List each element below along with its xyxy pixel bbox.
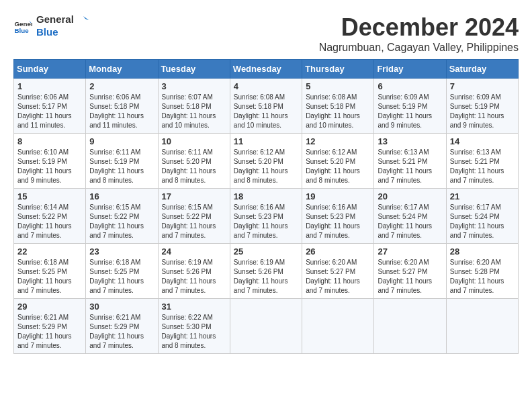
calendar-cell: 1 Sunrise: 6:06 AM Sunset: 5:17 PM Dayli… [14,79,86,134]
calendar-cell: 4 Sunrise: 6:08 AM Sunset: 5:18 PM Dayli… [230,79,302,134]
day-number: 9 [89,136,154,146]
calendar-cell: 6 Sunrise: 6:09 AM Sunset: 5:19 PM Dayli… [374,79,446,134]
day-number: 22 [17,246,82,257]
day-info: Sunrise: 6:15 AM Sunset: 5:22 PM Dayligh… [162,203,226,240]
col-thursday: Thursday [302,60,374,79]
col-saturday: Saturday [446,60,518,79]
calendar-cell: 27 Sunrise: 6:20 AM Sunset: 5:27 PM Dayl… [374,244,446,299]
month-title: December 2024 [319,13,519,42]
logo-icon: General Blue [13,17,32,36]
svg-text:Blue: Blue [14,26,29,34]
day-number: 26 [306,246,370,257]
header: General Blue General Blue December 2024 … [13,13,519,54]
day-number: 2 [89,81,154,91]
day-info: Sunrise: 6:15 AM Sunset: 5:22 PM Dayligh… [89,203,154,240]
day-info: Sunrise: 6:12 AM Sunset: 5:20 PM Dayligh… [306,148,370,185]
day-number: 4 [234,81,298,91]
day-number: 13 [378,136,442,146]
day-number: 3 [162,81,226,91]
calendar-cell: 7 Sunrise: 6:09 AM Sunset: 5:19 PM Dayli… [446,79,518,134]
day-number: 28 [450,246,515,257]
col-tuesday: Tuesday [158,60,230,79]
day-info: Sunrise: 6:22 AM Sunset: 5:30 PM Dayligh… [162,313,226,351]
day-number: 18 [234,191,298,201]
title-area: December 2024 Nagrumbuan, Cagayan Valley… [319,13,519,54]
logo: General Blue General Blue [13,13,89,38]
day-info: Sunrise: 6:21 AM Sunset: 5:29 PM Dayligh… [17,313,82,351]
day-number: 5 [306,81,370,91]
day-info: Sunrise: 6:09 AM Sunset: 5:19 PM Dayligh… [450,93,515,130]
svg-marker-4 [83,16,89,20]
day-info: Sunrise: 6:14 AM Sunset: 5:22 PM Dayligh… [17,203,82,240]
day-info: Sunrise: 6:06 AM Sunset: 5:17 PM Dayligh… [17,93,82,130]
logo-text-blue: Blue [36,26,89,38]
day-info: Sunrise: 6:10 AM Sunset: 5:19 PM Dayligh… [17,148,82,185]
day-number: 24 [162,246,226,257]
day-number: 12 [306,136,370,146]
calendar-cell: 3 Sunrise: 6:07 AM Sunset: 5:18 PM Dayli… [158,79,230,134]
calendar-cell: 11 Sunrise: 6:12 AM Sunset: 5:20 PM Dayl… [230,134,302,189]
day-info: Sunrise: 6:17 AM Sunset: 5:24 PM Dayligh… [378,203,442,240]
day-number: 10 [162,136,226,146]
day-info: Sunrise: 6:20 AM Sunset: 5:27 PM Dayligh… [306,258,370,295]
day-info: Sunrise: 6:18 AM Sunset: 5:25 PM Dayligh… [89,258,154,295]
day-number: 6 [378,81,442,91]
day-number: 16 [89,191,154,201]
day-number: 21 [450,191,515,201]
day-info: Sunrise: 6:13 AM Sunset: 5:21 PM Dayligh… [450,148,515,185]
day-info: Sunrise: 6:09 AM Sunset: 5:19 PM Dayligh… [378,93,442,130]
day-info: Sunrise: 6:20 AM Sunset: 5:27 PM Dayligh… [378,258,442,295]
calendar-cell: 10 Sunrise: 6:11 AM Sunset: 5:20 PM Dayl… [158,134,230,189]
calendar-week-row: 15 Sunrise: 6:14 AM Sunset: 5:22 PM Dayl… [14,189,519,244]
calendar-table: Sunday Monday Tuesday Wednesday Thursday… [13,59,519,354]
day-number: 11 [234,136,298,146]
calendar-cell: 29 Sunrise: 6:21 AM Sunset: 5:29 PM Dayl… [14,299,86,354]
day-info: Sunrise: 6:11 AM Sunset: 5:20 PM Dayligh… [162,148,226,185]
day-number: 20 [378,191,442,201]
calendar-cell [446,299,518,354]
day-number: 29 [17,302,82,312]
day-info: Sunrise: 6:18 AM Sunset: 5:25 PM Dayligh… [17,258,82,295]
calendar-cell: 19 Sunrise: 6:16 AM Sunset: 5:23 PM Dayl… [302,189,374,244]
day-info: Sunrise: 6:06 AM Sunset: 5:18 PM Dayligh… [89,93,154,130]
calendar-cell: 30 Sunrise: 6:21 AM Sunset: 5:29 PM Dayl… [86,299,158,354]
day-number: 19 [306,191,370,201]
calendar-cell: 2 Sunrise: 6:06 AM Sunset: 5:18 PM Dayli… [86,79,158,134]
day-info: Sunrise: 6:08 AM Sunset: 5:18 PM Dayligh… [306,93,370,130]
calendar-cell: 15 Sunrise: 6:14 AM Sunset: 5:22 PM Dayl… [14,189,86,244]
day-info: Sunrise: 6:21 AM Sunset: 5:29 PM Dayligh… [89,313,154,351]
day-number: 7 [450,81,515,91]
location-title: Nagrumbuan, Cagayan Valley, Philippines [319,42,519,54]
calendar-cell: 18 Sunrise: 6:16 AM Sunset: 5:23 PM Dayl… [230,189,302,244]
day-info: Sunrise: 6:19 AM Sunset: 5:26 PM Dayligh… [162,258,226,295]
calendar-cell: 24 Sunrise: 6:19 AM Sunset: 5:26 PM Dayl… [158,244,230,299]
day-info: Sunrise: 6:13 AM Sunset: 5:21 PM Dayligh… [378,148,442,185]
calendar-cell: 14 Sunrise: 6:13 AM Sunset: 5:21 PM Dayl… [446,134,518,189]
calendar-week-row: 1 Sunrise: 6:06 AM Sunset: 5:17 PM Dayli… [14,79,519,134]
day-number: 30 [89,302,154,312]
day-info: Sunrise: 6:17 AM Sunset: 5:24 PM Dayligh… [450,203,515,240]
calendar-cell [230,299,302,354]
day-info: Sunrise: 6:07 AM Sunset: 5:18 PM Dayligh… [162,93,226,130]
logo-bird-icon [77,14,89,26]
calendar-cell [302,299,374,354]
calendar-cell: 22 Sunrise: 6:18 AM Sunset: 5:25 PM Dayl… [14,244,86,299]
col-friday: Friday [374,60,446,79]
day-number: 8 [17,136,82,146]
calendar-cell: 21 Sunrise: 6:17 AM Sunset: 5:24 PM Dayl… [446,189,518,244]
day-number: 31 [162,302,226,312]
day-number: 23 [89,246,154,257]
day-info: Sunrise: 6:12 AM Sunset: 5:20 PM Dayligh… [234,148,298,185]
calendar-cell: 5 Sunrise: 6:08 AM Sunset: 5:18 PM Dayli… [302,79,374,134]
calendar-cell: 26 Sunrise: 6:20 AM Sunset: 5:27 PM Dayl… [302,244,374,299]
day-info: Sunrise: 6:11 AM Sunset: 5:19 PM Dayligh… [89,148,154,185]
day-number: 14 [450,136,515,146]
day-number: 17 [162,191,226,201]
calendar-cell: 12 Sunrise: 6:12 AM Sunset: 5:20 PM Dayl… [302,134,374,189]
calendar-week-row: 29 Sunrise: 6:21 AM Sunset: 5:29 PM Dayl… [14,299,519,354]
col-wednesday: Wednesday [230,60,302,79]
calendar-week-row: 8 Sunrise: 6:10 AM Sunset: 5:19 PM Dayli… [14,134,519,189]
calendar-cell: 25 Sunrise: 6:19 AM Sunset: 5:26 PM Dayl… [230,244,302,299]
calendar-cell: 20 Sunrise: 6:17 AM Sunset: 5:24 PM Dayl… [374,189,446,244]
day-info: Sunrise: 6:08 AM Sunset: 5:18 PM Dayligh… [234,93,298,130]
